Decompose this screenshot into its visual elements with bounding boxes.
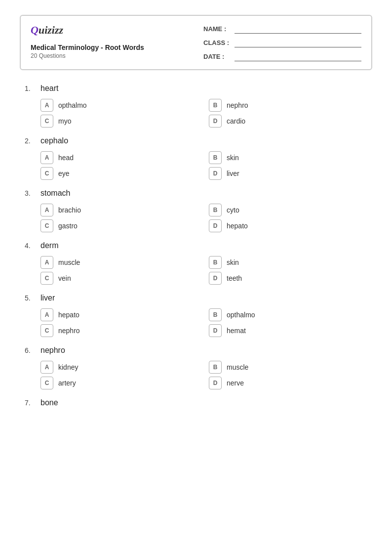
option[interactable]: Aopthalmo (40, 99, 199, 112)
option[interactable]: Ahepato (40, 308, 199, 321)
question-block: 3.stomachAbrachioBcytoCgastroDhepato (25, 189, 367, 232)
question-number: 4. (25, 242, 36, 250)
option[interactable]: Bmuscle (209, 361, 367, 374)
option[interactable]: Dhemat (209, 324, 367, 337)
option-text: cyto (227, 206, 239, 214)
option-text: head (58, 154, 74, 162)
option-badge: A (40, 99, 53, 112)
class-label: CLASS : (203, 39, 231, 46)
option-badge: C (40, 324, 53, 337)
option-text: liver (227, 170, 239, 177)
option-text: gastro (58, 222, 78, 230)
question-stem: 4.derm (25, 241, 367, 250)
option[interactable]: Amuscle (40, 256, 199, 269)
option-text: teeth (227, 274, 242, 282)
option[interactable]: Cvein (40, 272, 199, 285)
option-text: myo (58, 117, 71, 125)
header-right: NAME : CLASS : DATE : (203, 24, 361, 61)
options-grid: AopthalmoBnephroCmyoDcardio (25, 99, 367, 128)
option[interactable]: Bopthalmo (209, 308, 367, 321)
date-label: DATE : (203, 53, 231, 60)
option-badge: D (209, 219, 222, 232)
question-block: 7.bone (25, 398, 367, 407)
question-number: 1. (25, 85, 36, 92)
question-text: derm (40, 241, 58, 250)
option-text: brachio (58, 206, 81, 214)
question-text: cephalo (40, 136, 68, 145)
questions-container: 1.heartAopthalmoBnephroCmyoDcardio2.ceph… (20, 84, 372, 407)
option[interactable]: Dnerve (209, 377, 367, 389)
question-stem: 7.bone (25, 398, 367, 407)
options-grid: AmuscleBskinCveinDteeth (25, 256, 367, 285)
option[interactable]: Cmyo (40, 115, 199, 128)
question-number: 6. (25, 346, 36, 354)
options-grid: AheadBskinCeyeDliver (25, 151, 367, 180)
option-text: artery (58, 379, 76, 387)
options-grid: AbrachioBcytoCgastroDhepato (25, 204, 367, 232)
option-badge: A (40, 151, 53, 164)
option-badge: B (209, 151, 222, 164)
option-badge: D (209, 324, 222, 337)
option-text: nerve (227, 379, 244, 387)
option[interactable]: Cgastro (40, 219, 199, 232)
option-badge: A (40, 308, 53, 321)
name-line (235, 24, 361, 34)
option[interactable]: Cnephro (40, 324, 199, 337)
option-text: nephro (227, 101, 248, 109)
option-text: hemat (227, 327, 246, 335)
option-text: skin (227, 154, 239, 162)
option-badge: A (40, 361, 53, 374)
class-field: CLASS : (203, 38, 361, 47)
question-text: liver (40, 294, 55, 302)
option-text: muscle (227, 363, 248, 371)
option[interactable]: Abrachio (40, 204, 199, 216)
option-text: nephro (58, 327, 80, 335)
name-field: NAME : (203, 24, 361, 34)
option[interactable]: Dcardio (209, 115, 367, 128)
option[interactable]: Akidney (40, 361, 199, 374)
worksheet-subtitle: 20 Questions (31, 52, 144, 59)
option-badge: B (209, 204, 222, 216)
option-text: eye (58, 170, 70, 177)
question-number: 5. (25, 294, 36, 302)
option-badge: D (209, 377, 222, 389)
date-field: DATE : (203, 51, 361, 61)
question-number: 2. (25, 137, 36, 145)
name-label: NAME : (203, 25, 231, 33)
option[interactable]: Ceye (40, 167, 199, 180)
options-grid: AkidneyBmuscleCarteryDnerve (25, 361, 367, 389)
question-stem: 1.heart (25, 84, 367, 93)
question-text: heart (40, 84, 58, 93)
option-badge: A (40, 256, 53, 269)
logo-rest-text: uizizz (39, 24, 63, 37)
class-line (235, 38, 361, 47)
option[interactable]: Bcyto (209, 204, 367, 216)
option-badge: B (209, 361, 222, 374)
option-text: opthalmo (58, 101, 87, 109)
question-block: 5.liverAhepatoBopthalmoCnephroDhemat (25, 294, 367, 337)
option[interactable]: Dhepato (209, 219, 367, 232)
option[interactable]: Bskin (209, 151, 367, 164)
option[interactable]: Cartery (40, 377, 199, 389)
option[interactable]: Ahead (40, 151, 199, 164)
logo-q-letter: Q (31, 24, 39, 37)
option-badge: B (209, 308, 222, 321)
option[interactable]: Bnephro (209, 99, 367, 112)
option-text: hepato (58, 311, 79, 319)
option-text: skin (227, 258, 239, 266)
option-badge: C (40, 272, 53, 285)
header-left: Q uizizz Medical Terminology - Root Word… (31, 24, 144, 59)
option-badge: B (209, 256, 222, 269)
question-block: 2.cephaloAheadBskinCeyeDliver (25, 136, 367, 180)
logo: Q uizizz (31, 24, 144, 37)
option[interactable]: Dliver (209, 167, 367, 180)
option[interactable]: Dteeth (209, 272, 367, 285)
option[interactable]: Bskin (209, 256, 367, 269)
question-stem: 6.nephro (25, 346, 367, 355)
worksheet-header: Q uizizz Medical Terminology - Root Word… (20, 15, 372, 70)
option-text: opthalmo (227, 311, 255, 319)
option-badge: D (209, 115, 222, 128)
option-badge: B (209, 99, 222, 112)
question-stem: 5.liver (25, 294, 367, 302)
worksheet-title: Medical Terminology - Root Words (31, 43, 144, 51)
